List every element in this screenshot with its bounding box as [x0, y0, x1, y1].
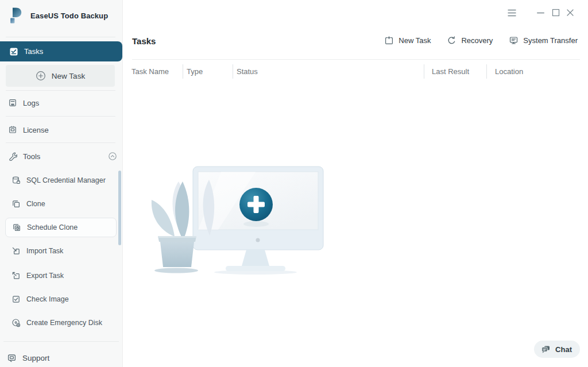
- divider: [6, 116, 115, 117]
- sidebar-item-label: License: [23, 126, 49, 134]
- column-header-status[interactable]: Status: [237, 67, 258, 76]
- column-header-location[interactable]: Location: [495, 67, 523, 76]
- column-header-type[interactable]: Type: [187, 67, 203, 76]
- divider: [3, 341, 119, 342]
- support-icon: [7, 353, 17, 363]
- schedule-clone-icon: [12, 223, 21, 232]
- toolbar-system-transfer-button[interactable]: System Transfer: [509, 36, 578, 45]
- wrench-icon: [8, 152, 17, 161]
- chat-bubbles-icon: [541, 345, 551, 354]
- clone-icon: [11, 199, 21, 208]
- recovery-rotate-icon: [447, 36, 457, 45]
- toolbar: New Task Recovery: [384, 36, 578, 45]
- sidebar-item-label: Logs: [23, 99, 39, 107]
- sidebar-item-label: Check Image: [26, 295, 69, 303]
- chat-label: Chat: [555, 345, 572, 354]
- column-header-last-result[interactable]: Last Result: [432, 67, 469, 76]
- divider: [6, 90, 115, 91]
- database-lock-icon: [11, 176, 21, 185]
- divider: [132, 59, 580, 60]
- column-separator[interactable]: [233, 64, 233, 79]
- system-transfer-monitor-icon: [509, 36, 519, 45]
- close-icon[interactable]: [566, 9, 574, 17]
- column-separator[interactable]: [183, 64, 183, 79]
- tasks-icon: [9, 47, 18, 56]
- sidebar-item-license[interactable]: License: [0, 121, 122, 138]
- import-task-icon: [11, 246, 21, 256]
- sidebar-item-logs[interactable]: Logs: [0, 94, 122, 111]
- easeus-todo-backup-window: EaseUS Todo Backup Tasks New Task: [0, 0, 588, 367]
- sidebar-item-label: Schedule Clone: [27, 223, 78, 231]
- sidebar-item-clone[interactable]: Clone: [0, 195, 122, 213]
- column-header-task-name[interactable]: Task Name: [131, 67, 169, 76]
- divider: [6, 37, 115, 37]
- sidebar-scrollbar-thumb[interactable]: [118, 171, 121, 245]
- app-title: EaseUS Todo Backup: [30, 11, 108, 20]
- sidebar: EaseUS Todo Backup Tasks New Task: [0, 0, 123, 367]
- sidebar-item-export-task[interactable]: Export Task: [0, 267, 122, 284]
- collapse-chevron-icon[interactable]: [108, 152, 117, 161]
- sidebar-item-import-task[interactable]: Import Task: [0, 242, 122, 260]
- easeus-logo-icon: [8, 7, 24, 24]
- sidebar-item-label: SQL Credential Manager: [26, 176, 106, 184]
- new-task-label: New Task: [52, 72, 85, 80]
- sidebar-item-label: Support: [22, 354, 49, 362]
- page-title: Tasks: [132, 36, 156, 46]
- sidebar-item-support[interactable]: Support: [0, 349, 122, 367]
- new-task-square-plus-icon: [384, 36, 394, 45]
- sidebar-item-label: Export Task: [26, 272, 64, 280]
- toolbar-button-label: Recovery: [461, 36, 493, 45]
- emergency-disk-icon: [11, 318, 21, 327]
- plus-circle-icon: [36, 71, 46, 81]
- sidebar-item-label: Import Task: [26, 247, 63, 255]
- chat-button[interactable]: Chat: [534, 341, 580, 358]
- maximize-icon[interactable]: [552, 9, 560, 17]
- sidebar-item-tools[interactable]: Tools: [0, 148, 122, 165]
- empty-state-illustration: [123, 154, 347, 287]
- sidebar-item-tasks[interactable]: Tasks: [0, 41, 122, 61]
- sidebar-item-sql-credential-manager[interactable]: SQL Credential Manager: [0, 172, 122, 189]
- toolbar-button-label: System Transfer: [523, 36, 578, 45]
- toolbar-recovery-button[interactable]: Recovery: [447, 36, 493, 45]
- logs-icon: [8, 98, 17, 107]
- toolbar-button-label: New Task: [399, 36, 431, 45]
- sidebar-item-label: Tasks: [24, 47, 43, 56]
- sidebar-item-create-emergency-disk[interactable]: Create Emergency Disk: [0, 314, 122, 331]
- minimize-icon[interactable]: [537, 12, 544, 14]
- sidebar-item-label: Tools: [23, 152, 40, 161]
- column-separator[interactable]: [486, 64, 487, 79]
- sidebar-item-label: Create Emergency Disk: [26, 319, 102, 327]
- toolbar-new-task-button[interactable]: New Task: [384, 36, 431, 45]
- menu-hamburger-icon[interactable]: [508, 9, 516, 17]
- license-icon: [8, 125, 17, 134]
- sidebar-item-check-image[interactable]: Check Image: [0, 291, 122, 308]
- export-task-icon: [11, 271, 21, 280]
- divider: [6, 142, 115, 143]
- app-logo-row: EaseUS Todo Backup: [8, 7, 108, 24]
- sidebar-item-label: Clone: [26, 200, 45, 208]
- add-task-plus-button[interactable]: [239, 188, 273, 221]
- sidebar-new-task-button[interactable]: New Task: [6, 65, 115, 87]
- column-separator[interactable]: [424, 64, 424, 79]
- check-image-icon: [11, 295, 21, 304]
- sidebar-item-schedule-clone[interactable]: Schedule Clone: [5, 218, 117, 237]
